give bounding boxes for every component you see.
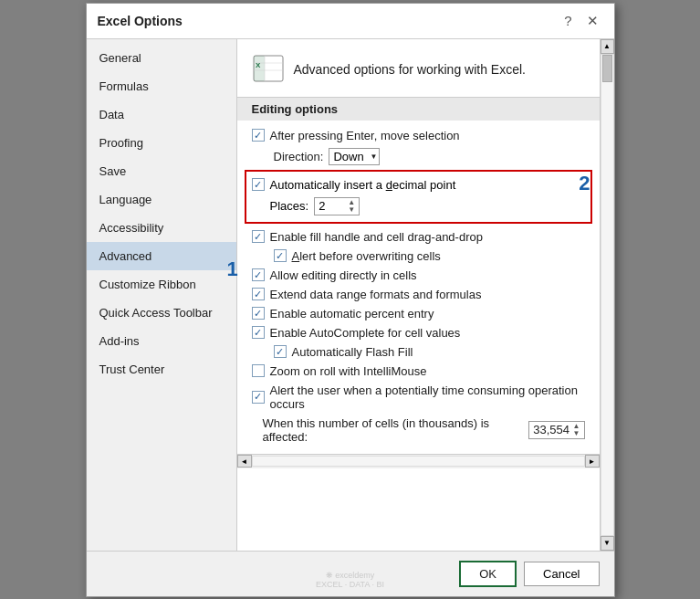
decimal-underline-d: d: [386, 178, 392, 192]
title-bar-buttons: ? ✕: [559, 11, 602, 31]
sidebar-item-general[interactable]: General: [87, 44, 236, 72]
cells-value: 33,554: [533, 423, 572, 436]
sidebar-item-proofing[interactable]: Proofing: [87, 129, 236, 157]
sidebar-item-language[interactable]: Language: [87, 185, 236, 214]
extend-data-label: Extend data range formats and formulas: [270, 288, 482, 301]
header-title: Advanced options for working with Excel.: [294, 62, 526, 77]
direction-select[interactable]: Down Up Left Right: [329, 148, 380, 165]
after-enter-row: After pressing Enter, move selection: [237, 126, 600, 145]
alert-time-row: Alert the user when a potentially time c…: [237, 381, 600, 414]
v-scrollbar[interactable]: ▲ ▼: [600, 39, 614, 551]
autocomplete-checkbox[interactable]: [252, 326, 265, 339]
annotation-label-2: 2: [579, 172, 590, 195]
svg-text:X: X: [256, 61, 261, 69]
sidebar-item-save[interactable]: Save: [87, 157, 236, 185]
extend-data-checkbox[interactable]: [252, 288, 265, 300]
flash-fill-row: Automatically Flash Fill: [237, 342, 600, 362]
highlight-container: Automatically insert a decimal point Pla…: [237, 170, 600, 224]
sidebar: General Formulas Data Proofing Save Lang…: [87, 39, 237, 551]
places-value: 2: [319, 199, 348, 213]
places-row: Places: 2 ▲ ▼: [252, 194, 585, 218]
main-panel: X Advanced options for working with Exce…: [237, 39, 614, 551]
editing-options-header: Editing options: [237, 98, 600, 121]
auto-decimal-label: Automatically insert a decimal point: [270, 178, 456, 192]
h-scroll-left-btn[interactable]: ◄: [237, 455, 252, 468]
alert-time-label: Alert the user when a potentially time c…: [270, 384, 585, 411]
allow-editing-row: Allow editing directly in cells: [237, 266, 600, 285]
autocomplete-label: Enable AutoComplete for cell values: [270, 326, 461, 340]
allow-editing-checkbox[interactable]: [252, 268, 265, 281]
decimal-highlight-box: Automatically insert a decimal point Pla…: [245, 170, 592, 224]
sidebar-item-accessibility[interactable]: Accessibility: [87, 214, 236, 242]
h-scroll-right-btn[interactable]: ►: [585, 455, 600, 468]
alert-time-checkbox[interactable]: [252, 391, 265, 404]
direction-row: Direction: Down Up Left Right: [237, 145, 600, 168]
fill-handle-checkbox[interactable]: [252, 230, 265, 243]
sidebar-item-data[interactable]: Data: [87, 100, 236, 129]
dialog-body: General Formulas Data Proofing Save Lang…: [87, 39, 614, 551]
header-icon: X: [252, 52, 285, 88]
alert-overwrite-checkbox[interactable]: [274, 249, 287, 262]
sidebar-item-formulas[interactable]: Formulas: [87, 72, 236, 100]
cells-label: When this number of cells (in thousands)…: [263, 416, 520, 444]
sidebar-item-quick-access[interactable]: Quick Access Toolbar: [87, 299, 236, 327]
dialog-title: Excel Options: [98, 14, 183, 28]
zoom-roll-row: Zoom on roll with IntelliMouse: [237, 362, 600, 381]
fill-handle-label: Enable fill handle and cell drag-and-dro…: [270, 230, 483, 244]
after-enter-label: After pressing Enter, move selection: [270, 129, 460, 142]
ok-button[interactable]: OK: [459, 561, 517, 587]
autocomplete-row: Enable AutoComplete for cell values: [237, 323, 600, 342]
main-scroll[interactable]: Editing options After pressing Enter, mo…: [237, 98, 600, 551]
sidebar-item-customize-ribbon[interactable]: Customize Ribbon: [87, 270, 236, 299]
places-down-arrow[interactable]: ▼: [348, 206, 355, 214]
auto-percent-label: Enable automatic percent entry: [270, 307, 434, 321]
sidebar-item-addins[interactable]: Add-ins: [87, 327, 236, 355]
zoom-roll-checkbox[interactable]: [252, 364, 265, 377]
help-button[interactable]: ?: [559, 11, 576, 31]
excel-options-dialog: Excel Options ? ✕ General Formulas Data …: [86, 3, 615, 597]
alert-overwrite-row: AAlert before overwriting cellslert befo…: [237, 247, 600, 266]
auto-decimal-checkbox[interactable]: [252, 178, 265, 191]
alert-underline: A: [292, 249, 300, 263]
title-bar: Excel Options ? ✕: [87, 4, 614, 39]
cancel-button[interactable]: Cancel: [524, 562, 599, 586]
places-arrows: ▲ ▼: [348, 199, 355, 214]
auto-percent-checkbox[interactable]: [252, 307, 265, 320]
watermark: ❋ exceldemyEXCEL · DATA · BI: [316, 571, 384, 589]
v-scroll-up-btn[interactable]: ▲: [601, 39, 614, 54]
direction-select-wrapper: Down Up Left Right: [329, 148, 380, 165]
allow-editing-label: Allow editing directly in cells: [270, 268, 417, 282]
after-enter-checkbox[interactable]: [252, 129, 265, 142]
cells-down-arrow[interactable]: ▼: [573, 430, 580, 437]
flash-fill-label: Automatically Flash Fill: [292, 345, 413, 359]
sidebar-item-trust-center[interactable]: Trust Center: [87, 355, 236, 384]
excel-icon: X: [252, 52, 285, 85]
places-label: Places:: [270, 199, 309, 213]
h-scrollbar[interactable]: ◄ ►: [237, 454, 600, 468]
auto-percent-row: Enable automatic percent entry: [237, 304, 600, 323]
close-button[interactable]: ✕: [582, 11, 603, 31]
extend-data-row: Extend data range formats and formulas: [237, 285, 600, 304]
direction-label: Direction:: [274, 150, 324, 163]
sidebar-item-advanced[interactable]: Advanced: [87, 242, 236, 270]
zoom-roll-label: Zoom on roll with IntelliMouse: [270, 364, 427, 378]
h-scroll-track: [252, 456, 585, 467]
main-header: X Advanced options for working with Exce…: [237, 39, 600, 98]
cells-arrows: ▲ ▼: [573, 423, 580, 437]
v-scroll-thumb[interactable]: [602, 55, 612, 82]
v-scroll-track: [601, 54, 614, 536]
flash-fill-checkbox[interactable]: [274, 345, 287, 358]
v-scroll-down-btn[interactable]: ▼: [601, 536, 614, 551]
main-content: X Advanced options for working with Exce…: [237, 39, 600, 551]
cells-affected-row: When this number of cells (in thousands)…: [237, 414, 600, 447]
footer: ❋ exceldemyEXCEL · DATA · BI OK Cancel: [87, 551, 614, 596]
fill-handle-row: Enable fill handle and cell drag-and-dro…: [237, 227, 600, 247]
alert-overwrite-label: AAlert before overwriting cellslert befo…: [292, 249, 441, 263]
auto-decimal-row: Automatically insert a decimal point: [252, 175, 585, 194]
places-spinner[interactable]: 2 ▲ ▼: [314, 197, 360, 215]
cells-spinner[interactable]: 33,554 ▲ ▼: [528, 421, 584, 439]
